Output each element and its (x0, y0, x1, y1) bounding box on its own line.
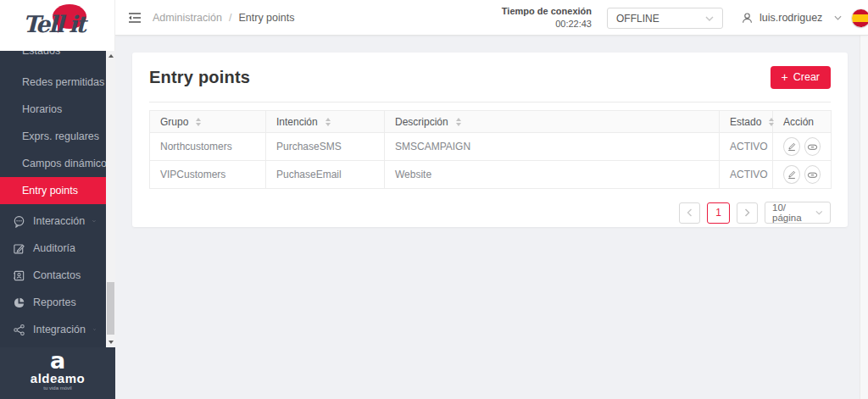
status-select[interactable]: OFFLINE (607, 8, 723, 29)
chevron-left-icon (687, 208, 693, 217)
link-icon (807, 141, 818, 152)
page-scrollbar[interactable] (860, 36, 868, 399)
column-label: Descripción (395, 116, 448, 128)
column-header-estado[interactable]: Estado (720, 111, 773, 133)
user-name: luis.rodriguez (760, 12, 822, 24)
menu-fold-icon[interactable] (127, 10, 142, 25)
user-menu[interactable]: luis.rodriguez (741, 0, 868, 36)
sidebar-item-integracion[interactable]: Integración (0, 316, 106, 343)
sort-icon (326, 118, 331, 126)
sort-icon (769, 118, 774, 126)
brand-name: Tell it (23, 11, 85, 37)
breadcrumb-separator: / (229, 12, 231, 24)
sidebar-item-reportes[interactable]: Reportes (0, 289, 106, 316)
cell-accion (773, 161, 832, 189)
link-button[interactable] (804, 165, 821, 184)
column-label: Intención (276, 116, 318, 128)
sidebar-item-label: Horarios (22, 103, 62, 115)
sidebar-item-entry-points[interactable]: Entry points (0, 177, 106, 204)
chevron-down-icon (815, 210, 823, 215)
column-label: Estado (730, 116, 761, 128)
pagination: 1 10/ página (149, 202, 831, 224)
breadcrumb-section[interactable]: Administración (153, 12, 222, 24)
sidebar-item-interaccion[interactable]: Interacción (0, 208, 106, 235)
cell-accion (773, 133, 832, 161)
chevron-down-icon (705, 16, 714, 21)
contacts-icon (13, 269, 25, 282)
sort-icon (456, 118, 461, 126)
sidebar-footer-logo: a aldeamo tu vida móvil (0, 347, 115, 399)
page-size-select[interactable]: 10/ página (765, 202, 831, 224)
sidebar-item-label: Reportes (33, 296, 76, 308)
chat-icon (13, 215, 25, 228)
sidebar-scrollbar[interactable] (106, 51, 115, 347)
next-page-button[interactable] (737, 202, 758, 224)
brand-logo: Tell it (0, 0, 115, 51)
sidebar-item-label: Exprs. regulares (22, 130, 99, 142)
entry-points-card: Entry points + Crear Grupo (132, 53, 848, 227)
sidebar-item-contactos[interactable]: Contactos (0, 262, 106, 289)
title-divider (149, 102, 831, 103)
cell-estado: ACTIVO (720, 161, 773, 189)
chevron-right-icon (744, 208, 750, 217)
chevron-down-icon (92, 219, 96, 224)
main-content: Entry points + Crear Grupo (115, 36, 868, 399)
create-button[interactable]: + Crear (771, 66, 831, 89)
chevron-down-icon (834, 15, 842, 20)
prev-page-button[interactable] (679, 202, 700, 224)
column-label: Acción (783, 116, 814, 128)
sidebar-item-campos-dinamicos[interactable]: Campos dinámicos (0, 150, 106, 177)
top-header: Administración / Entry points Tiempo de … (115, 0, 868, 36)
sidebar-item-label: Redes permitidas (22, 76, 104, 88)
sidebar-item-label: Interacción (33, 215, 85, 227)
scroll-down-arrow[interactable] (106, 337, 115, 347)
cell-descripcion: Website (385, 161, 720, 189)
integration-icon (13, 324, 25, 336)
cell-intencion: PurchaseSMS (266, 133, 385, 161)
edit-icon (787, 169, 797, 180)
app-root: Tell it Administración / Entry points Ti… (0, 0, 868, 399)
page-title: Entry points (149, 68, 250, 87)
cell-descripcion: SMSCAMPAIGN (385, 133, 720, 161)
connection-time-block: Tiempo de conexión 00:22:43 (502, 5, 592, 30)
breadcrumb-current: Entry points (238, 12, 294, 24)
sidebar: Estados Redes permitidas Horarios Exprs.… (0, 51, 115, 347)
sidebar-item-label: Estados (22, 51, 60, 57)
column-header-accion: Acción (773, 111, 832, 133)
column-label: Grupo (160, 116, 188, 128)
aldeamo-name: aldeamo (0, 372, 115, 385)
scroll-up-arrow[interactable] (106, 51, 115, 61)
column-header-intencion[interactable]: Intención (266, 111, 385, 133)
sidebar-item-label: Auditoría (33, 242, 75, 254)
scrollbar-thumb[interactable] (107, 282, 114, 335)
sidebar-item-redes-permitidas[interactable]: Redes permitidas (0, 69, 106, 96)
user-icon (741, 12, 754, 25)
chevron-down-icon (93, 327, 96, 332)
aldeamo-glyph-icon: a (0, 350, 115, 372)
create-button-label: Crear (793, 71, 820, 83)
cell-grupo: Northcustomers (150, 133, 266, 161)
link-icon (807, 169, 818, 180)
edit-icon (787, 141, 797, 152)
connection-time-value: 00:22:43 (502, 18, 592, 30)
edit-button[interactable] (783, 137, 800, 156)
sidebar-item-auditoria[interactable]: Auditoría (0, 235, 106, 262)
connection-time-label: Tiempo de conexión (502, 5, 592, 18)
sidebar-item-label: Integración (33, 324, 86, 335)
page-number-button[interactable]: 1 (707, 202, 730, 224)
pie-chart-icon (13, 296, 25, 309)
cell-intencion: PuchaseEmail (266, 161, 385, 189)
entry-points-table: Grupo Intención Descripción Estado (149, 110, 832, 189)
page-size-value: 10/ página (772, 202, 815, 223)
sidebar-item-estados[interactable]: Estados (0, 51, 106, 69)
column-header-grupo[interactable]: Grupo (150, 111, 266, 133)
spain-flag-icon[interactable] (852, 9, 868, 27)
link-button[interactable] (804, 137, 821, 156)
column-header-descripcion[interactable]: Descripción (385, 111, 720, 133)
table-row: VIPCustomers PuchaseEmail Website ACTIVO (150, 161, 832, 189)
cell-estado: ACTIVO (720, 133, 773, 161)
sidebar-item-label: Entry points (22, 185, 78, 197)
sidebar-item-exprs-regulares[interactable]: Exprs. regulares (0, 123, 106, 150)
edit-button[interactable] (783, 165, 800, 184)
sidebar-item-horarios[interactable]: Horarios (0, 96, 106, 123)
